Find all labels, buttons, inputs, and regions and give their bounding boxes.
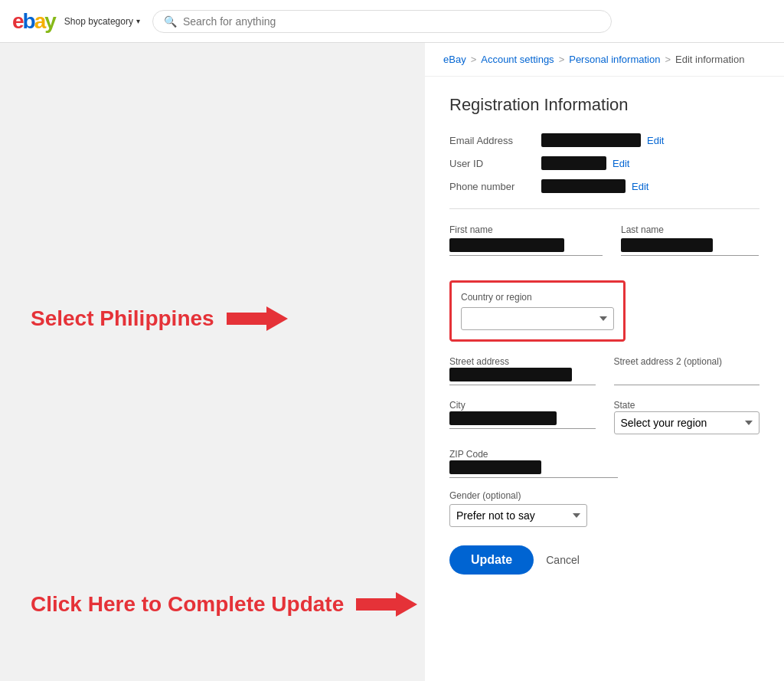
zip-label: ZIP Code bbox=[449, 449, 488, 460]
street2-label: Street address 2 (optional) bbox=[614, 356, 722, 367]
userid-redacted bbox=[541, 156, 606, 170]
userid-label: User ID bbox=[449, 158, 541, 169]
email-redacted bbox=[541, 133, 641, 147]
email-label: Email Address bbox=[449, 135, 541, 146]
last-name-label: Last name bbox=[621, 224, 760, 235]
first-name-label: First name bbox=[449, 224, 603, 235]
logo-a: a bbox=[34, 9, 45, 33]
select-philippines-text: Select Philippines bbox=[31, 306, 214, 331]
svg-marker-1 bbox=[356, 592, 417, 617]
zip-redacted bbox=[449, 460, 541, 474]
phone-redacted bbox=[541, 179, 626, 193]
zip-section: ZIP Code bbox=[449, 447, 760, 478]
city-state-row: City State Select your region bbox=[449, 398, 760, 434]
email-row: Email Address Edit bbox=[449, 133, 760, 147]
breadcrumb-personal-info[interactable]: Personal information bbox=[569, 54, 660, 65]
city-group: City bbox=[449, 398, 596, 434]
action-row: Update Cancel bbox=[449, 545, 760, 575]
shop-by-label: Shop by bbox=[64, 16, 98, 27]
chevron-down-icon: ▾ bbox=[136, 17, 140, 25]
logo-y: y bbox=[44, 9, 55, 33]
email-edit-link[interactable]: Edit bbox=[647, 135, 664, 146]
name-row: First name Last name bbox=[449, 224, 760, 268]
street-address-group: Street address bbox=[449, 354, 596, 385]
userid-edit-link[interactable]: Edit bbox=[612, 158, 629, 169]
search-input[interactable] bbox=[183, 15, 600, 28]
street-label: Street address bbox=[449, 356, 509, 367]
click-complete-instruction: Click Here to Complete Update bbox=[31, 589, 417, 620]
shop-by-sub: category bbox=[98, 16, 133, 27]
update-button[interactable]: Update bbox=[449, 545, 534, 575]
site-header: ebay Shop by category ▾ 🔍 bbox=[0, 0, 784, 43]
city-redacted bbox=[449, 411, 557, 425]
search-icon: 🔍 bbox=[164, 15, 177, 28]
select-philippines-instruction: Select Philippines bbox=[31, 303, 288, 334]
country-select[interactable]: Philippines United States Canada Austral… bbox=[461, 307, 614, 330]
svg-marker-0 bbox=[227, 306, 288, 331]
state-group: State Select your region bbox=[614, 398, 760, 434]
breadcrumb-sep-3: > bbox=[665, 54, 671, 65]
city-label: City bbox=[449, 400, 466, 411]
first-name-group: First name bbox=[449, 224, 603, 256]
street2-address-group: Street address 2 (optional) bbox=[614, 354, 760, 385]
cancel-link[interactable]: Cancel bbox=[546, 554, 580, 566]
breadcrumb-sep-2: > bbox=[559, 54, 565, 65]
divider-1 bbox=[449, 208, 760, 209]
first-name-redacted bbox=[449, 238, 564, 252]
click-complete-text: Click Here to Complete Update bbox=[31, 592, 344, 617]
last-name-redacted bbox=[621, 238, 713, 252]
left-panel: Select Philippines Click Here to Complet… bbox=[0, 43, 425, 681]
gender-select[interactable]: Prefer not to say Male Female Non-binary bbox=[449, 504, 587, 527]
street-row: Street address Street address 2 (optiona… bbox=[449, 354, 760, 385]
registration-form: Registration Information Email Address E… bbox=[425, 77, 784, 593]
phone-edit-link[interactable]: Edit bbox=[632, 181, 648, 192]
phone-row: Phone number Edit bbox=[449, 179, 760, 193]
last-name-group: Last name bbox=[621, 224, 760, 256]
breadcrumb-account-settings[interactable]: Account settings bbox=[481, 54, 554, 65]
logo-b: b bbox=[23, 9, 34, 33]
ebay-logo[interactable]: ebay bbox=[12, 9, 55, 34]
search-bar[interactable]: 🔍 bbox=[152, 10, 612, 33]
breadcrumb-sep-1: > bbox=[471, 54, 477, 65]
shop-by-button[interactable]: Shop by category ▾ bbox=[64, 16, 140, 27]
logo-e: e bbox=[12, 9, 23, 33]
right-arrow-icon bbox=[227, 303, 288, 334]
breadcrumb: eBay > Account settings > Personal infor… bbox=[425, 43, 784, 77]
state-select[interactable]: Select your region bbox=[614, 411, 760, 434]
form-title: Registration Information bbox=[449, 95, 760, 115]
userid-row: User ID Edit bbox=[449, 156, 760, 170]
gender-label: Gender (optional) bbox=[449, 490, 760, 501]
street-redacted bbox=[449, 368, 572, 381]
gender-section: Gender (optional) Prefer not to say Male… bbox=[449, 490, 760, 527]
main-content: Select Philippines Click Here to Complet… bbox=[0, 43, 784, 681]
right-panel: eBay > Account settings > Personal infor… bbox=[425, 43, 784, 681]
country-section: Country or region Philippines United Sta… bbox=[449, 280, 626, 342]
right-arrow-icon-2 bbox=[356, 589, 417, 620]
breadcrumb-edit-info: Edit information bbox=[675, 54, 744, 65]
breadcrumb-ebay[interactable]: eBay bbox=[443, 54, 466, 65]
state-label: State bbox=[614, 400, 635, 411]
phone-label: Phone number bbox=[449, 181, 541, 192]
country-label: Country or region bbox=[461, 292, 614, 303]
